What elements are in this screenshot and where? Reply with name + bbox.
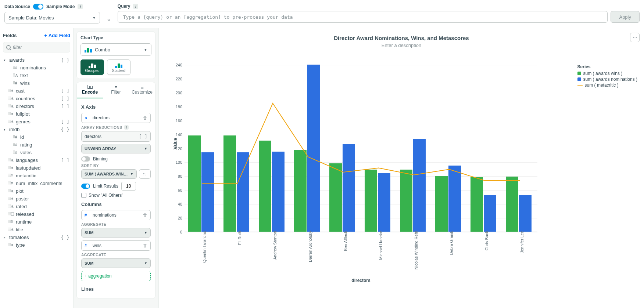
bar-nominations[interactable] bbox=[272, 152, 285, 232]
info-icon[interactable]: i bbox=[133, 4, 138, 9]
tab-customize[interactable]: Customize bbox=[129, 82, 155, 98]
string-icon: ⠿A bbox=[8, 158, 14, 163]
collapse-chevron-icon[interactable]: » bbox=[107, 4, 110, 23]
column-nominations-pill[interactable]: #nominations 🗑 bbox=[81, 210, 151, 220]
string-icon: ⠿A bbox=[8, 104, 14, 109]
trash-icon[interactable]: 🗑 bbox=[143, 115, 147, 120]
bar-nominations[interactable] bbox=[519, 195, 532, 232]
fields-filter-input[interactable]: filter bbox=[3, 42, 70, 52]
show-all-others-row[interactable]: Show "All Others" bbox=[81, 193, 151, 198]
bar-nominations[interactable] bbox=[378, 173, 390, 232]
chart-type-select[interactable]: Combo ▼ bbox=[80, 43, 151, 56]
chart-description[interactable]: Enter a description bbox=[164, 43, 639, 48]
field-text[interactable]: ⠿Atext bbox=[3, 72, 70, 79]
trash-icon[interactable]: 🗑 bbox=[143, 243, 147, 248]
data-source-label: Data Source Sample Mode i bbox=[4, 4, 100, 10]
add-aggregation-button[interactable]: + aggregation bbox=[81, 271, 151, 281]
chart-type-label: Chart Type bbox=[80, 35, 151, 40]
field-id[interactable]: ⠿#id bbox=[3, 133, 70, 141]
bar-wins[interactable] bbox=[259, 141, 271, 232]
query-label: Query bbox=[118, 4, 130, 9]
field-nominations[interactable]: ⠿#nominations bbox=[3, 64, 70, 72]
bar-wins[interactable] bbox=[471, 177, 483, 232]
bar-wins[interactable] bbox=[329, 163, 342, 232]
bar-nominations[interactable] bbox=[201, 152, 214, 232]
bar-wins[interactable] bbox=[223, 135, 236, 232]
field-num-mflix-comments[interactable]: ⠿#num_mflix_comments bbox=[3, 180, 70, 187]
field-runtime[interactable]: ⠿#runtime bbox=[3, 218, 70, 226]
bar-nominations[interactable] bbox=[413, 139, 426, 232]
field-imdb[interactable]: ▾imdb{ } bbox=[3, 126, 70, 133]
bar-nominations[interactable] bbox=[343, 144, 355, 232]
chart-legend: Series sum ( awards wins ) sum ( awards … bbox=[577, 64, 637, 88]
string-icon: ⠿A bbox=[8, 96, 14, 101]
field-directors[interactable]: ⠿Adirectors[ ] bbox=[3, 102, 70, 110]
apply-button[interactable]: Apply bbox=[611, 11, 640, 23]
bar-nominations[interactable] bbox=[448, 166, 461, 232]
bar-nominations[interactable] bbox=[237, 152, 249, 232]
legend-item-meta[interactable]: sum ( metacritic ) bbox=[577, 83, 637, 88]
add-field-button[interactable]: + Add Field bbox=[44, 33, 70, 38]
array-reductions-label: ARRAY REDUCTIONSi bbox=[81, 125, 151, 130]
limit-input[interactable] bbox=[121, 182, 136, 191]
bar-nominations[interactable] bbox=[484, 195, 496, 232]
chart-menu-button[interactable]: ⋯ bbox=[630, 33, 640, 42]
field-votes[interactable]: ⠿#votes bbox=[3, 149, 70, 156]
field-languages[interactable]: ⠿Alanguages[ ] bbox=[3, 156, 70, 164]
field-type[interactable]: ⠿Atype bbox=[3, 241, 70, 249]
field-tomatoes[interactable]: ▸tomatoes{ } bbox=[3, 233, 70, 241]
bar-nominations[interactable] bbox=[307, 65, 320, 232]
bar-wins[interactable] bbox=[506, 177, 518, 232]
field-title[interactable]: ⠿Atitle bbox=[3, 226, 70, 233]
field-plot[interactable]: ⠿Aplot bbox=[3, 187, 70, 195]
field-awards[interactable]: ▾awards{ } bbox=[3, 56, 70, 64]
x-axis-title: directors bbox=[185, 278, 537, 283]
tab-encode[interactable]: Encode bbox=[77, 82, 103, 98]
trash-icon[interactable]: 🗑 bbox=[143, 213, 147, 218]
aggregate-select-1[interactable]: SUM▼ bbox=[81, 228, 151, 238]
aggregate-select-2[interactable]: SUM▼ bbox=[81, 258, 151, 268]
sort-direction-button[interactable]: ↑↓ bbox=[139, 169, 151, 179]
fields-header: Fields bbox=[3, 33, 17, 38]
y-tick-label: 100 bbox=[176, 160, 182, 164]
column-wins-pill[interactable]: #wins 🗑 bbox=[81, 240, 151, 251]
mode-stacked[interactable]: Stacked bbox=[107, 59, 130, 75]
field-genres[interactable]: ⠿Agenres[ ] bbox=[3, 118, 70, 126]
unwind-select[interactable]: UNWIND ARRAY▼ bbox=[81, 144, 151, 153]
sample-mode-toggle[interactable] bbox=[33, 4, 43, 10]
field-released[interactable]: ⠿☐released bbox=[3, 210, 70, 218]
bar-wins[interactable] bbox=[365, 170, 377, 232]
field-metacritic[interactable]: ⠿#metacritic bbox=[3, 172, 70, 180]
encode-body: X Axis Adirectors 🗑 ARRAY REDUCTIONSi di… bbox=[76, 98, 155, 299]
field-poster[interactable]: ⠿Aposter bbox=[3, 195, 70, 203]
field-lastupdated[interactable]: ⠿Alastupdated bbox=[3, 164, 70, 172]
directors-subfield-pill[interactable]: directors [ ] bbox=[81, 131, 151, 142]
info-icon[interactable]: i bbox=[124, 125, 129, 130]
info-icon[interactable]: i bbox=[78, 4, 83, 9]
chart-title[interactable]: Director Award Nominations, Wins, and Me… bbox=[164, 35, 639, 41]
xaxis-field-pill[interactable]: Adirectors 🗑 bbox=[81, 113, 151, 123]
number-icon: ⠿# bbox=[12, 150, 18, 155]
tab-filter[interactable]: Filter bbox=[103, 82, 129, 98]
field-countries[interactable]: ⠿Acountries[ ] bbox=[3, 95, 70, 102]
y-tick-label: 20 bbox=[178, 216, 182, 220]
bar-wins[interactable] bbox=[294, 150, 307, 232]
field-rating[interactable]: ⠿#rating bbox=[3, 141, 70, 149]
field-cast[interactable]: ⠿Acast[ ] bbox=[3, 87, 70, 95]
limit-toggle[interactable] bbox=[81, 184, 90, 189]
bar-wins[interactable] bbox=[400, 170, 412, 232]
data-source-select[interactable]: Sample Data: Movies ▼ bbox=[4, 12, 100, 23]
binning-toggle[interactable] bbox=[81, 156, 90, 162]
field-fullplot[interactable]: ⠿Afullplot bbox=[3, 110, 70, 118]
x-category-label: Michael Haneke bbox=[379, 231, 383, 260]
bar-wins[interactable] bbox=[435, 176, 448, 232]
field-wins[interactable]: ⠿#wins bbox=[3, 79, 70, 87]
bar-wins[interactable] bbox=[188, 135, 201, 232]
legend-item-wins[interactable]: sum ( awards wins ) bbox=[577, 71, 637, 76]
mode-grouped[interactable]: Grouped bbox=[80, 59, 104, 75]
array-icon: [ ] bbox=[61, 157, 69, 163]
legend-item-noms[interactable]: sum ( awards nominations ) bbox=[577, 77, 637, 82]
field-rated[interactable]: ⠿Arated bbox=[3, 203, 70, 210]
query-input[interactable]: Type a {query} or an [aggregation] to pr… bbox=[118, 11, 608, 23]
sort-select[interactable]: SUM ( AWARDS.WIN…▼ bbox=[81, 169, 137, 179]
